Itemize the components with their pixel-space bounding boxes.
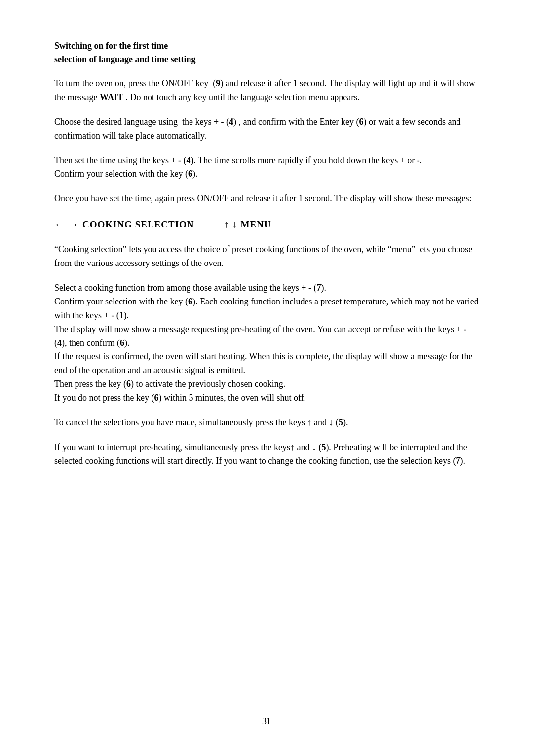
section-title: Switching on for the first time selectio… — [54, 39, 479, 66]
menu-label: MENU — [241, 217, 271, 231]
paragraph-3: Then set the time using the keys + - (4)… — [54, 154, 479, 182]
arrow-left-icon: ← — [54, 217, 65, 232]
section-title-line2: selection of language and time setting — [54, 53, 479, 66]
paragraph-6: Select a cooking function from among tho… — [54, 281, 479, 405]
paragraph-1: To turn the oven on, press the ON/OFF ke… — [54, 77, 479, 105]
paragraph-5: “Cooking selection” lets you access the … — [54, 243, 479, 270]
paragraph-4: Once you have set the time, again press … — [54, 192, 479, 206]
cooking-selection-left: ← → COOKING SELECTION — [54, 217, 194, 232]
page-number: 31 — [0, 715, 533, 729]
paragraph-7: To cancel the selections you have made, … — [54, 416, 479, 430]
arrow-right-icon: → — [69, 217, 79, 232]
cooking-selection-bar: ← → COOKING SELECTION ↑ ↓ MENU — [54, 217, 479, 232]
up-arrow-icon: ↑ — [224, 217, 229, 232]
page: Switching on for the first time selectio… — [0, 0, 533, 756]
menu-section: ↑ ↓ MENU — [224, 217, 271, 232]
section-title-line1: Switching on for the first time — [54, 39, 479, 53]
down-arrow-icon: ↓ — [232, 217, 238, 232]
cooking-selection-label: COOKING SELECTION — [82, 217, 194, 231]
paragraph-8: If you want to interrupt pre-heating, si… — [54, 441, 479, 468]
paragraph-2: Choose the desired language using the ke… — [54, 115, 479, 143]
